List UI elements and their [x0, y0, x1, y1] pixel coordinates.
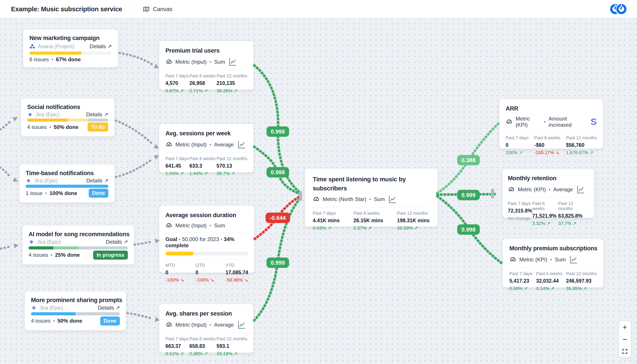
details-link[interactable]: Details ↗: [86, 112, 108, 118]
correlation-badge[interactable]: 0.998: [266, 126, 289, 137]
jira-icon: [27, 112, 33, 118]
issue-count: 6 issues: [30, 56, 49, 62]
chart-icon[interactable]: [576, 185, 585, 194]
status-badge: To do: [88, 122, 108, 132]
chart-icon[interactable]: [569, 256, 578, 264]
metric-card-monthly-retention[interactable]: Monthly retention Metric (KPI) • Average…: [502, 169, 594, 218]
card-title: New marketing campaign: [30, 35, 112, 42]
jira-source: Jira (Epic): [31, 305, 63, 311]
source-label: Jira (Epic): [36, 112, 60, 118]
card-title: Time spent listening to music by subscri…: [313, 175, 430, 193]
connector-handle[interactable]: [491, 189, 494, 198]
stat-row: Past 7 days72,315.8%No change Past 6 wee…: [508, 201, 588, 226]
connector-handle[interactable]: [299, 191, 302, 201]
metric-aggregation: Sum: [555, 256, 566, 263]
percent-done: 50% done: [54, 124, 78, 130]
card-title: Monthly retention: [508, 175, 588, 182]
stat-row: Past 7 days641.451.04% ↗ Past 6 weeks633…: [166, 156, 247, 176]
workspace-title[interactable]: Example: Music subscription service: [11, 6, 122, 13]
jira-icon: [31, 305, 37, 311]
progress-segment: [31, 312, 76, 315]
issue-count: 1 issue: [26, 190, 42, 196]
card-title: AI model for song recommendations: [28, 231, 128, 238]
gauge-icon: [166, 58, 172, 65]
correlation-badge[interactable]: -0.644: [266, 213, 290, 223]
metric-type: Metric (Input): [176, 142, 206, 148]
chart-icon[interactable]: [228, 58, 237, 66]
metric-aggregation: Amount increased: [548, 116, 588, 128]
zoom-in-button[interactable]: +: [619, 321, 631, 333]
project-card-ai-model[interactable]: AI model for song recommendations Jira (…: [22, 226, 134, 264]
metric-card-monthly-premium-subscriptions[interactable]: Monthly premium subscriptions Metric (KP…: [503, 239, 604, 288]
percent-done: 25% done: [55, 252, 80, 258]
chart-icon[interactable]: [388, 195, 397, 204]
issue-count: 4 issues: [28, 252, 48, 258]
doubleloop-logo[interactable]: [609, 3, 627, 15]
source-label: Asana (Project): [38, 43, 74, 50]
metric-card-avg-sessions[interactable]: Avg. sessions per week Metric (Input) • …: [159, 124, 254, 172]
chart-icon[interactable]: [237, 140, 246, 149]
correlation-badge[interactable]: 0.388: [457, 155, 480, 166]
chart-icon[interactable]: [237, 321, 246, 329]
fullscreen-icon: [622, 348, 628, 354]
progress-bar: [30, 52, 112, 54]
progress-bar: [26, 185, 108, 188]
gauge-icon: [313, 196, 320, 202]
metric-card-avg-shares[interactable]: Avg. shares per session Metric (Input) •…: [159, 304, 254, 353]
asana-source: Asana (Project): [30, 43, 74, 50]
progress-segment: [53, 246, 78, 250]
status-badge: Done: [89, 189, 108, 198]
card-title: Social notifications: [27, 104, 108, 110]
stat-row: Past 7 days5,417.230.59% ↗ Past 6 weeks3…: [510, 271, 597, 291]
correlation-badge[interactable]: 0.999: [266, 258, 289, 268]
details-link[interactable]: Details ↗: [106, 239, 128, 245]
external-link-icon: ↗: [104, 112, 108, 118]
jira-icon: [26, 178, 32, 184]
top-bar: Example: Music subscription service Canv…: [0, 0, 637, 18]
issue-count: 4 issues: [27, 124, 47, 130]
external-link-icon: ↗: [104, 178, 108, 184]
gauge-icon: [166, 322, 172, 328]
canvas-zoom-controls: + −: [619, 321, 631, 357]
project-card-social-notifications[interactable]: Social notifications Jira (Epic) Details…: [21, 98, 114, 136]
external-link-icon: ↗: [124, 239, 128, 245]
metric-type: Metric (Input): [176, 59, 206, 65]
percent-done: 100% done: [50, 190, 77, 196]
metric-type: Metric (KPI): [519, 256, 548, 263]
correlation-badge[interactable]: 0.998: [266, 167, 289, 178]
metric-card-arr[interactable]: ARR Metric (KPI) • Amount increased S Pa…: [500, 99, 603, 148]
progress-segment: [30, 52, 81, 54]
project-card-sharing-prompts[interactable]: More prominent sharing prompts Jira (Epi…: [25, 292, 126, 330]
details-link[interactable]: Details ↗: [86, 178, 108, 184]
nav-canvas-tab[interactable]: Canvas: [143, 6, 172, 12]
goal-summary: Goal • 50,000 for 2023 • 34% complete: [166, 236, 248, 248]
project-card-time-based-notifications[interactable]: Time-based notifications Jira (Epic) Det…: [20, 164, 114, 202]
status-badge: In progress: [93, 250, 128, 260]
gauge-icon: [506, 118, 513, 125]
zoom-out-button[interactable]: −: [619, 333, 631, 346]
source-label: Jira (Epic): [37, 239, 61, 245]
card-title: More prominent sharing prompts: [31, 297, 120, 304]
strategy-canvas[interactable]: New marketing campaign Asana (Project) D…: [0, 18, 637, 364]
metric-card-premium-trial-users[interactable]: Premium trial users Metric (Input) • Sum…: [159, 41, 254, 90]
metric-type: Metric (Input): [176, 322, 206, 328]
project-card-new-marketing-campaign[interactable]: New marketing campaign Asana (Project) D…: [23, 30, 118, 68]
progress-segment: [78, 246, 128, 250]
metric-card-avg-session-duration[interactable]: Average session duration Metric (Input) …: [159, 206, 254, 273]
external-link-icon: ↗: [108, 44, 112, 49]
fullscreen-button[interactable]: [619, 346, 631, 357]
metric-type: Metric (KPI): [518, 186, 546, 192]
metric-type: Metric (Input): [176, 222, 206, 229]
map-icon: [143, 6, 150, 12]
card-title: Avg. sessions per week: [166, 130, 247, 137]
correlation-badge[interactable]: 0.999: [457, 190, 480, 200]
source-label: Jira (Epic): [34, 178, 58, 184]
jira-source: Jira (Epic): [27, 112, 60, 118]
details-link[interactable]: Details ↗: [98, 305, 120, 311]
progress-segment: [28, 246, 53, 250]
stat-row: Past 7 days4.41K mins0.43% ↗ Past 6 week…: [313, 211, 430, 231]
details-link[interactable]: Details ↗: [90, 43, 112, 50]
correlation-badge[interactable]: 0.998: [457, 224, 480, 235]
metric-card-north-star[interactable]: Time spent listening to music by subscri…: [305, 169, 438, 227]
metric-aggregation: Sum: [214, 222, 225, 229]
